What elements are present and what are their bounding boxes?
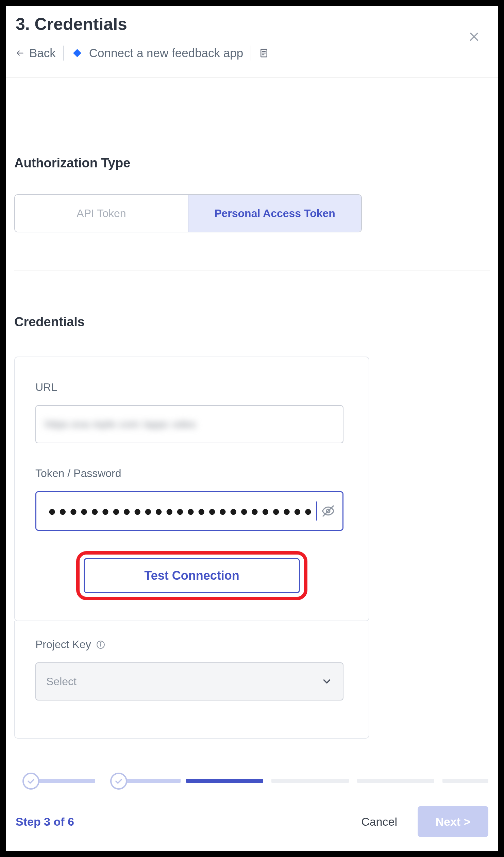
breadcrumb-text: Connect a new feedback app — [89, 46, 243, 60]
separator — [251, 46, 251, 61]
auth-type-segmented: API Token Personal Access Token — [14, 194, 362, 232]
page-title: 3. Credentials — [16, 14, 488, 34]
separator — [63, 46, 64, 61]
progress-segment-4 — [271, 779, 349, 783]
breadcrumb-current: Connect a new feedback app — [71, 46, 243, 60]
step-check-1 — [22, 773, 39, 790]
url-label: URL — [35, 381, 348, 394]
auth-option-personal-access-token[interactable]: Personal Access Token — [188, 195, 361, 232]
step-check-2 — [110, 773, 127, 790]
chevron-down-icon — [321, 676, 333, 687]
cancel-button[interactable]: Cancel — [361, 815, 397, 828]
progress-segment-6 — [442, 779, 488, 783]
document-icon[interactable] — [259, 47, 269, 59]
authorization-section: Authorization Type API Token Personal Ac… — [14, 78, 490, 232]
dialog-header: 3. Credentials Back Connect a new feedba… — [6, 6, 498, 78]
authorization-heading: Authorization Type — [14, 156, 490, 170]
project-key-label-text: Project Key — [35, 638, 91, 651]
credentials-card: URL https exa mple com /appc odes Token … — [14, 357, 369, 621]
arrow-left-icon — [16, 49, 24, 57]
info-icon[interactable] — [96, 640, 105, 649]
step-progress — [16, 773, 488, 790]
url-obscured-value: https exa mple com /appc odes — [45, 418, 196, 430]
token-label: Token / Password — [35, 467, 348, 480]
project-key-placeholder: Select — [46, 675, 77, 688]
dialog-footer: Step 3 of 6 Cancel Next > — [6, 773, 498, 851]
progress-segment-3 — [186, 779, 263, 783]
progress-track — [27, 779, 488, 783]
auth-option-api-token[interactable]: API Token — [15, 195, 188, 232]
text-caret — [316, 501, 317, 521]
test-connection-row: Test Connection — [35, 551, 348, 600]
svg-point-12 — [100, 642, 101, 643]
credentials-heading: Credentials — [14, 315, 490, 329]
next-button[interactable]: Next > — [418, 806, 488, 837]
toggle-visibility-icon[interactable] — [321, 504, 336, 518]
progress-segment-5 — [357, 779, 434, 783]
credentials-section: Credentials URL https exa mple com /appc… — [14, 270, 490, 739]
project-key-select[interactable]: Select — [35, 662, 343, 701]
project-key-card: Project Key Select — [14, 621, 369, 739]
dialog-frame: 3. Credentials Back Connect a new feedba… — [6, 6, 498, 851]
back-button[interactable]: Back — [16, 46, 56, 60]
footer-actions: Cancel Next > — [361, 806, 488, 837]
back-label: Back — [29, 46, 56, 60]
annotation-highlight: Test Connection — [76, 551, 307, 600]
dialog-body: Authorization Type API Token Personal Ac… — [6, 78, 498, 773]
breadcrumb: Back Connect a new feedback app — [16, 46, 488, 61]
svg-rect-1 — [73, 49, 81, 57]
url-input[interactable]: https exa mple com /appc odes — [35, 405, 343, 443]
close-button[interactable] — [467, 30, 481, 44]
step-indicator: Step 3 of 6 — [16, 815, 74, 828]
test-connection-button[interactable]: Test Connection — [84, 558, 300, 593]
token-input[interactable]: ●●●●●●●●●●●●●●●●●●●●●●●●●●●●●●●●●●●●●●●●… — [35, 491, 343, 531]
app-diamond-icon — [71, 47, 83, 59]
token-masked-value: ●●●●●●●●●●●●●●●●●●●●●●●●●●●●●●●●●●●●●●●●… — [48, 504, 316, 519]
project-key-label: Project Key — [35, 638, 348, 651]
footer-actions-row: Step 3 of 6 Cancel Next > — [16, 806, 488, 837]
